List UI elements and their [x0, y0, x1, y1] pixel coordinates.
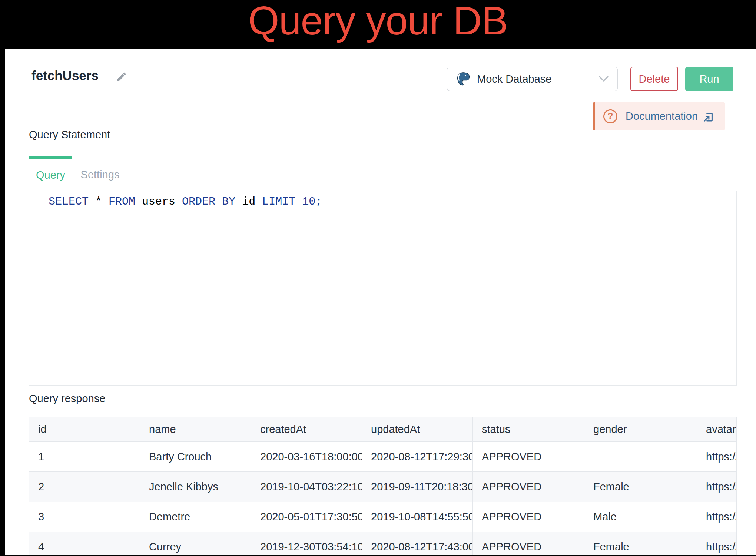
open-docs-icon: [702, 111, 714, 123]
tab-settings[interactable]: Settings: [72, 159, 128, 191]
table-row: 3Demetre2020-05-01T17:30:502019-10-08T14…: [29, 502, 736, 532]
table-cell: 2019-10-04T03:22:10: [251, 472, 362, 502]
table-row: 4Currey2019-12-30T03:54:102020-08-12T17:…: [29, 532, 736, 555]
table-cell: Male: [584, 502, 697, 532]
table-cell: APPROVED: [473, 442, 584, 471]
response-table: id name createdAt updatedAt status gende…: [29, 417, 737, 555]
table-cell: APPROVED: [473, 532, 584, 555]
delete-button[interactable]: Delete: [630, 67, 678, 91]
table-cell: Barty Crouch: [140, 442, 251, 471]
table-cell: 2019-10-08T14:55:50: [362, 502, 473, 532]
sql-editor[interactable]: SELECT * FROM users ORDER BY id LIMIT 10…: [29, 191, 737, 386]
column-header: name: [140, 417, 251, 441]
documentation-link[interactable]: ? Documentation: [593, 102, 725, 130]
table-cell: 2: [29, 472, 140, 502]
help-icon: ?: [603, 109, 617, 123]
table-cell: [584, 442, 697, 471]
run-button[interactable]: Run: [685, 67, 733, 91]
sql-token: id: [235, 195, 262, 208]
column-header: avatar: [697, 417, 736, 441]
sql-token: users: [135, 195, 182, 208]
table-cell: 3: [29, 502, 140, 532]
query-statement-label: Query Statement: [29, 128, 110, 141]
table-cell: Jenelle Kibbys: [140, 472, 251, 502]
table-row: 2Jenelle Kibbys2019-10-04T03:22:102019-0…: [29, 471, 736, 502]
sql-token: [295, 195, 302, 208]
column-header: gender: [584, 417, 697, 441]
column-header: status: [473, 417, 584, 441]
table-cell: 1: [29, 442, 140, 471]
chevron-down-icon: [599, 76, 609, 82]
table-cell: 2020-08-12T17:43:00: [362, 532, 473, 555]
table-cell: 2019-09-11T20:18:30: [362, 472, 473, 502]
edit-query-name-icon[interactable]: [116, 71, 127, 82]
table-cell: Demetre: [140, 502, 251, 532]
sql-token: FROM: [109, 195, 135, 208]
column-header: createdAt: [251, 417, 362, 441]
sql-token: 10;: [302, 195, 322, 208]
table-cell: https://: [697, 472, 736, 502]
table-cell: https://: [697, 502, 736, 532]
column-header: id: [29, 417, 140, 441]
table-header-row: id name createdAt updatedAt status gende…: [29, 417, 736, 441]
sql-token: ORDER BY: [182, 195, 235, 208]
documentation-label: Documentation: [626, 110, 698, 122]
table-row: 1Barty Crouch2020-03-16T18:00:002020-08-…: [29, 441, 736, 471]
datasource-selected-value: Mock Database: [477, 73, 599, 85]
table-cell: 4: [29, 532, 140, 555]
sql-statement: SELECT * FROM users ORDER BY id LIMIT 10…: [49, 195, 322, 208]
tab-query[interactable]: Query: [29, 156, 72, 191]
table-cell: Female: [584, 532, 697, 555]
table-cell: https://: [697, 442, 736, 471]
postgresql-icon: [456, 72, 470, 86]
sql-token: SELECT: [49, 195, 89, 208]
table-cell: 2020-03-16T18:00:00: [251, 442, 362, 471]
app-panel: fetchUsers Mock Database Delete Run ? Do…: [5, 49, 756, 555]
table-cell: Currey: [140, 532, 251, 555]
table-cell: 2020-08-12T17:29:30: [362, 442, 473, 471]
table-cell: 2019-12-30T03:54:10: [251, 532, 362, 555]
table-cell: Female: [584, 472, 697, 502]
table-cell: APPROVED: [473, 502, 584, 532]
sql-token: LIMIT: [262, 195, 295, 208]
sql-token: *: [89, 195, 109, 208]
table-cell: 2020-05-01T17:30:50: [251, 502, 362, 532]
page-title: Query your DB: [0, 0, 756, 47]
query-name: fetchUsers: [32, 67, 99, 84]
table-cell: APPROVED: [473, 472, 584, 502]
datasource-select[interactable]: Mock Database: [447, 67, 618, 91]
table-cell: https://: [697, 532, 736, 555]
query-response-label: Query response: [29, 392, 105, 405]
column-header: updatedAt: [362, 417, 473, 441]
